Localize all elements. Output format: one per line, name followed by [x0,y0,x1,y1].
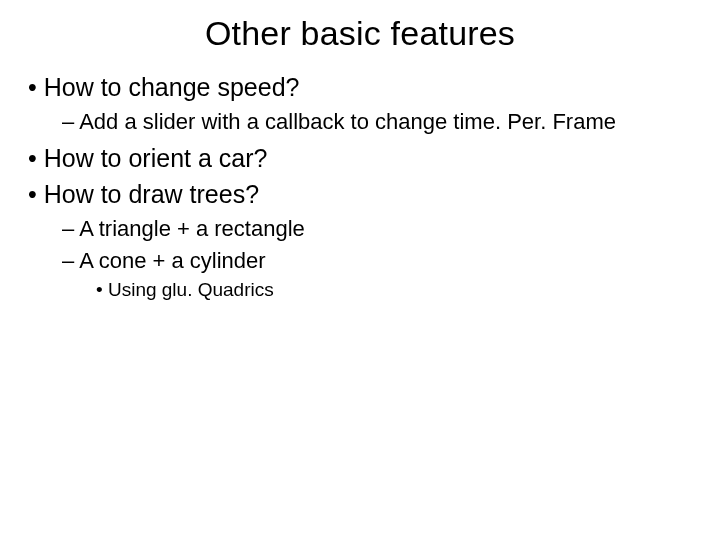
bullet-text: How to change speed? [44,73,300,101]
sub-bullet-text: Add a slider with a callback to change t… [79,109,616,134]
bullet-list: How to change speed? Add a slider with a… [28,71,692,303]
bullet-item: How to orient a car? [28,142,692,176]
sub-bullet-item: A triangle + a rectangle [62,214,692,244]
slide: Other basic features How to change speed… [0,0,720,540]
sub-bullet-list: A triangle + a rectangle A cone + a cyli… [62,214,692,303]
bullet-item: How to draw trees? A triangle + a rectan… [28,178,692,303]
sub-sub-bullet-item: Using glu. Quadrics [96,277,692,303]
bullet-text: How to orient a car? [44,144,268,172]
sub-bullet-text: A triangle + a rectangle [79,216,305,241]
sub-sub-bullet-text: Using glu. Quadrics [108,279,274,300]
slide-title: Other basic features [28,14,692,53]
sub-bullet-item: A cone + a cylinder Using glu. Quadrics [62,246,692,303]
bullet-item: How to change speed? Add a slider with a… [28,71,692,136]
sub-bullet-text: A cone + a cylinder [79,248,266,273]
sub-bullet-list: Add a slider with a callback to change t… [62,107,692,137]
sub-bullet-item: Add a slider with a callback to change t… [62,107,692,137]
bullet-text: How to draw trees? [44,180,259,208]
sub-sub-bullet-list: Using glu. Quadrics [96,277,692,303]
